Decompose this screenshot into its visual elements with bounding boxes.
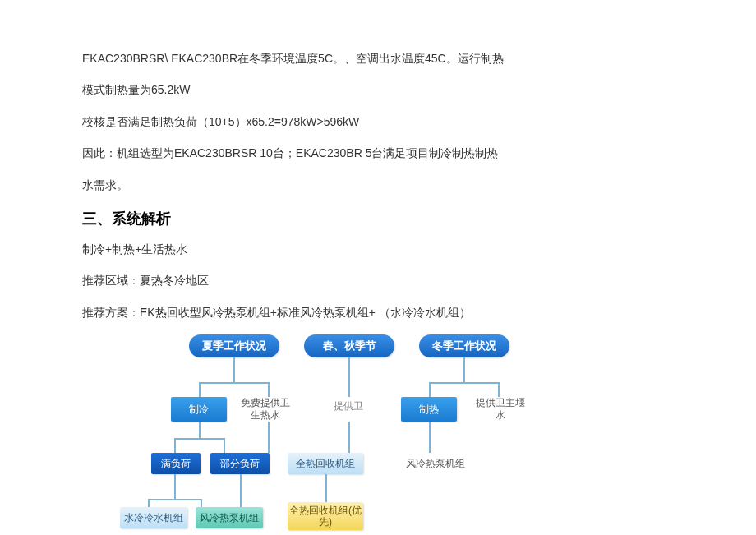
line (240, 474, 242, 507)
hdr-summer: 夏季工作状况 (189, 334, 279, 357)
line (429, 382, 500, 384)
line (268, 422, 270, 453)
hdr-spring: 春、秋季节 (304, 334, 394, 357)
line (199, 382, 270, 384)
txt-provide-main: 提供卫主堰水 (472, 397, 529, 421)
line (429, 382, 431, 397)
hdr-winter: 冬季工作状况 (419, 334, 509, 357)
body-1: 制冷+制热+生活热水 (82, 240, 674, 258)
node-recovery-pref: 全热回收机组(优先) (288, 502, 363, 530)
line (268, 382, 270, 397)
line (199, 382, 201, 397)
line (348, 357, 350, 397)
line (199, 422, 201, 438)
line (429, 422, 431, 453)
line (348, 422, 350, 453)
para-1: EKAC230BRSR\ EKAC230BR在冬季环境温度5C。、空调出水温度4… (82, 49, 674, 67)
body-3: 推荐方案：EK热回收型风冷热泵机组+标准风冷热泵机组+ （水冷冷水机组） (82, 303, 674, 321)
node-cooling: 制冷 (171, 397, 227, 422)
txt-free-hot: 免费提供卫生热水 (237, 397, 294, 421)
section-heading: 三、系统解析 (82, 209, 674, 228)
node-partial-load: 部分负荷 (210, 453, 270, 474)
node-full-load: 满负荷 (151, 453, 201, 474)
para-4: 因此：机组选型为EKAC230BRSR 10台；EKAC230BR 5台满足项目… (82, 144, 674, 162)
para-3: 校核是否满足制热负荷（10+5）x65.2=978kW>596kW (82, 113, 674, 131)
para-2: 模式制热量为65.2kW (82, 81, 674, 99)
txt-provide: 提供卫 (324, 400, 373, 412)
line (498, 382, 500, 397)
line (148, 499, 150, 507)
line (148, 499, 202, 500)
line (224, 438, 225, 453)
line (233, 357, 235, 382)
node-water-cooled: 水冷冷水机组 (120, 507, 187, 528)
line (174, 438, 225, 440)
system-diagram: 夏季工作状况 春、秋季节 冬季工作状况 制冷 免费提供卫生热水 提供卫 制热 提… (131, 334, 592, 532)
line (201, 499, 202, 507)
txt-air-unit: 风冷热泵机组 (403, 458, 468, 469)
node-air-cooled: 风冷热泵机组 (196, 507, 263, 528)
para-5: 水需求。 (82, 176, 674, 194)
node-recovery: 全热回收机组 (288, 453, 363, 474)
node-heating: 制热 (401, 397, 457, 422)
line (463, 357, 465, 382)
body-2: 推荐区域：夏热冬冷地区 (82, 271, 674, 289)
line (174, 474, 176, 499)
line (174, 438, 176, 453)
